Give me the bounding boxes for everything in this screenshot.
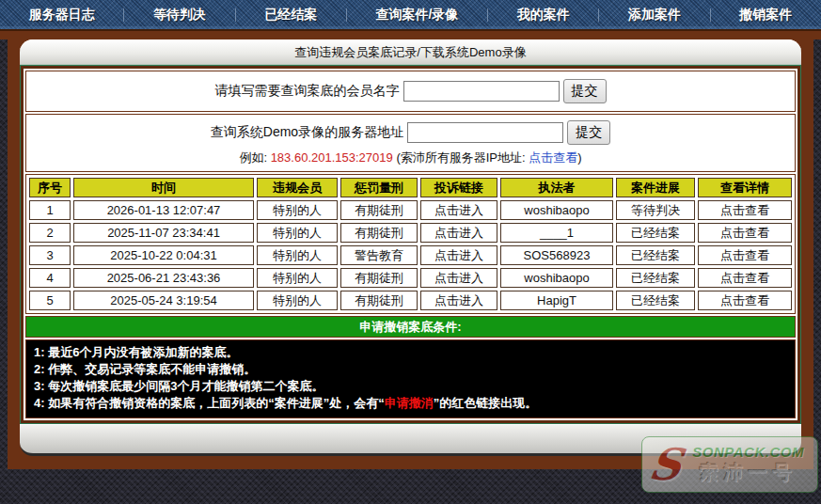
page: 服务器日志等待判决已经结案查询案件/录像我的案件添加案件撤销案件 查询违规会员案… [0, 0, 821, 504]
server-submit-button[interactable]: 提交 [567, 120, 610, 145]
cell-member[interactable]: 特别的人 [257, 245, 338, 265]
nav-item-add-case[interactable]: 添加案件 [628, 7, 681, 24]
cell-status: 已经结案 [616, 291, 695, 310]
cell-enforcer[interactable]: woshibaopo [500, 200, 613, 220]
cell-time: 2025-11-07 23:34:41 [73, 223, 254, 243]
column-header-time: 时间 [73, 178, 254, 197]
column-header-enforcer: 执法者 [500, 178, 613, 197]
watermark-domain: SONPACK.COM [683, 444, 813, 460]
cell-status: 已经结案 [616, 223, 695, 243]
nav-item-closed-cases[interactable]: 已经结案 [264, 7, 317, 24]
cell-penalty: 有期徒刑 [340, 200, 418, 220]
column-header-penalty: 惩罚量刑 [340, 178, 418, 197]
cell-enforcer[interactable]: ____1 [500, 223, 613, 243]
nav-divider [487, 8, 488, 22]
member-query-section: 请填写需要查询案底的会员名字 提交 [25, 71, 796, 112]
table-row: 12026-01-13 12:07:47特别的人有期徒刑点击进入woshibao… [29, 200, 792, 220]
cell-complaint[interactable]: 点击进入 [420, 245, 497, 265]
example-line: 例如: 183.60.201.153:27019 (索沛所有服务器IP地址: 点… [239, 150, 581, 166]
main-panel: 请填写需要查询案底的会员名字 提交 查询系统Demo录像的服务器地址 提交 例如… [20, 65, 801, 424]
table-row: 22025-11-07 23:34:41特别的人有期徒刑点击进入____1已经结… [29, 223, 792, 243]
nav-divider [710, 8, 711, 22]
revoke-conditions-title: 申请撤销案底条件: [359, 319, 461, 336]
main-panel-inner: 请填写需要查询案底的会员名字 提交 查询系统Demo录像的服务器地址 提交 例如… [24, 69, 797, 420]
cell-penalty: 有期徒刑 [340, 223, 418, 243]
server-address-input[interactable] [407, 122, 563, 143]
table-row: 42025-06-21 23:43:36特别的人有期徒刑点击进入woshibao… [29, 268, 792, 288]
revoke-conditions-header: 申请撤销案底条件: [25, 316, 796, 338]
cell-penalty: 有期徒刑 [340, 291, 418, 310]
cell-member[interactable]: 特别的人 [257, 291, 338, 310]
cell-time: 2025-06-21 23:43:36 [73, 268, 254, 288]
cell-status: 已经结案 [616, 245, 695, 265]
member-submit-button[interactable]: 提交 [563, 79, 607, 103]
cell-status: 等待判决 [616, 200, 695, 220]
server-query-form-line: 查询系统Demo录像的服务器地址 提交 [211, 120, 610, 145]
watermark-logo: S SONPACK.COM 索沛一号 [641, 436, 818, 493]
nav-item-query-case-recording[interactable]: 查询案件/录像 [375, 7, 458, 24]
nav-item-my-cases[interactable]: 我的案件 [517, 7, 570, 24]
top-nav: 服务器日志等待判决已经结案查询案件/录像我的案件添加案件撤销案件 [0, 0, 821, 29]
member-name-input[interactable] [403, 81, 560, 102]
cell-no: 5 [29, 291, 71, 310]
example-suffix: ) [577, 150, 581, 165]
nav-divider [235, 8, 236, 22]
cell-penalty: 警告教育 [340, 245, 418, 265]
column-header-status: 案件进展 [616, 178, 695, 197]
cell-complaint[interactable]: 点击进入 [420, 268, 497, 288]
cell-enforcer[interactable]: SOS568923 [500, 245, 613, 265]
example-middle: (索沛所有服务器IP地址: [393, 150, 529, 165]
server-query-label: 查询系统Demo录像的服务器地址 [211, 124, 403, 141]
page-title: 查询违规会员案底记录/下载系统Demo录像 [294, 44, 526, 61]
column-header-complaint: 投诉链接 [420, 178, 497, 197]
column-header-no: 序号 [29, 178, 71, 197]
nav-item-server-log[interactable]: 服务器日志 [29, 7, 95, 24]
cell-time: 2025-05-24 3:19:54 [73, 291, 254, 310]
column-header-detail: 查看详情 [698, 178, 792, 197]
cell-status: 已经结案 [616, 268, 695, 288]
cell-detail[interactable]: 点击查看 [698, 223, 792, 243]
cell-member[interactable]: 特别的人 [257, 223, 338, 243]
cell-detail[interactable]: 点击查看 [698, 291, 792, 310]
cell-detail[interactable]: 点击查看 [698, 245, 792, 265]
column-header-member: 违规会员 [257, 178, 338, 197]
cell-no: 4 [29, 268, 71, 288]
cell-time: 2025-10-22 0:04:31 [73, 245, 254, 265]
frame-top-bar [0, 29, 821, 39]
cell-complaint[interactable]: 点击进入 [420, 223, 497, 243]
table-header-row: 序号时间违规会员惩罚量刑投诉链接执法者案件进展查看详情 [29, 178, 792, 197]
cell-complaint[interactable]: 点击进入 [420, 291, 497, 310]
nav-divider [123, 8, 124, 22]
cell-penalty: 有期徒刑 [340, 268, 418, 288]
view-all-servers-link[interactable]: 点击查看 [529, 150, 577, 165]
cell-no: 2 [29, 223, 71, 243]
rule-text: 2: 作弊、交易记录等案底不能申请撤销。 [34, 362, 256, 376]
server-query-section: 查询系统Demo录像的服务器地址 提交 例如: 183.60.201.153:2… [25, 114, 796, 172]
case-table-section: 序号时间违规会员惩罚量刑投诉链接执法者案件进展查看详情 12026-01-13 … [25, 174, 796, 314]
rule-line-1: 1: 最近6个月内没有被添加新的案底。 [34, 344, 787, 361]
nav-divider [346, 8, 347, 22]
rule-line-2: 2: 作弊、交易记录等案底不能申请撤销。 [34, 361, 787, 378]
cell-detail[interactable]: 点击查看 [698, 268, 792, 288]
rule-text: ”的红色链接出现。 [434, 396, 538, 410]
nav-item-pending-judgment[interactable]: 等待判决 [153, 7, 206, 24]
cell-member[interactable]: 特别的人 [257, 268, 338, 288]
watermark-brand: 索沛一号 [683, 460, 813, 485]
cell-member[interactable]: 特别的人 [257, 200, 338, 220]
cell-enforcer[interactable]: HapigT [500, 291, 613, 310]
rule-text: 3: 每次撤销案底最少间隔3个月才能撤销第二个案底。 [34, 379, 324, 393]
cell-complaint[interactable]: 点击进入 [420, 200, 497, 220]
rule-text: 1: 最近6个月内没有被添加新的案底。 [34, 345, 238, 359]
nav-item-withdraw-case[interactable]: 撤销案件 [739, 7, 792, 24]
page-title-banner: 查询违规会员案底记录/下载系统Demo录像 [20, 39, 801, 65]
cell-detail[interactable]: 点击查看 [698, 200, 792, 220]
cell-time: 2026-01-13 12:07:47 [73, 200, 254, 220]
rule-line-3: 3: 每次撤销案底最少间隔3个月才能撤销第二个案底。 [34, 378, 787, 395]
cell-no: 1 [29, 200, 71, 220]
case-table: 序号时间违规会员惩罚量刑投诉链接执法者案件进展查看详情 12026-01-13 … [26, 175, 795, 313]
watermark-s-icon: S [646, 443, 685, 486]
cell-enforcer[interactable]: woshibaopo [500, 268, 613, 288]
table-row: 32025-10-22 0:04:31特别的人警告教育点击进入SOS568923… [29, 245, 792, 265]
example-prefix: 例如: [239, 150, 270, 165]
member-query-label: 请填写需要查询案底的会员名字 [215, 83, 400, 100]
